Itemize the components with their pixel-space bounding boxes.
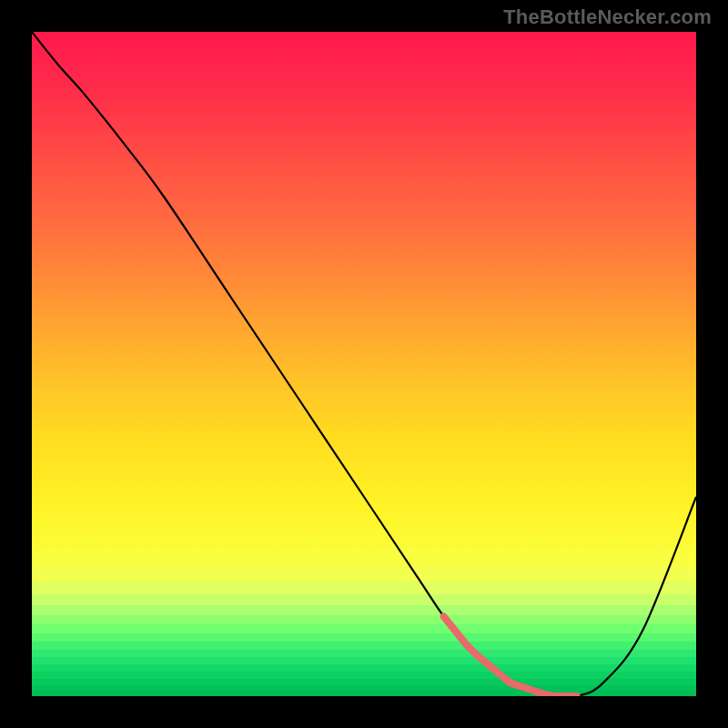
svg-rect-3	[32, 594, 696, 605]
svg-rect-15	[32, 691, 696, 696]
svg-rect-13	[32, 679, 696, 685]
svg-rect-2	[32, 581, 696, 594]
svg-rect-6	[32, 624, 696, 633]
bottleneck-curve	[32, 32, 696, 696]
svg-rect-10	[32, 657, 696, 664]
svg-rect-8	[32, 642, 696, 650]
svg-rect-12	[32, 672, 696, 679]
bottom-stripes	[32, 551, 696, 696]
svg-rect-4	[32, 605, 696, 615]
svg-rect-0	[32, 551, 696, 567]
svg-rect-9	[32, 650, 696, 657]
watermark-text: TheBottleNecker.com	[503, 5, 712, 29]
svg-rect-14	[32, 685, 696, 691]
svg-rect-5	[32, 615, 696, 624]
svg-rect-1	[32, 567, 696, 581]
chart-area	[32, 32, 696, 696]
svg-rect-11	[32, 664, 696, 672]
svg-rect-7	[32, 633, 696, 642]
